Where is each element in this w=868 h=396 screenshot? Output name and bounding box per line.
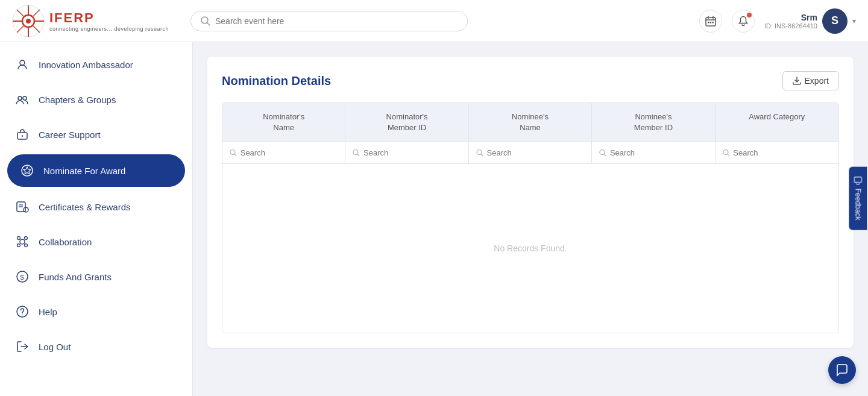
svg-point-32 bbox=[17, 237, 20, 240]
search-icon bbox=[353, 149, 360, 157]
sidebar-item-label: Chapters & Groups bbox=[39, 95, 116, 105]
collaboration-icon bbox=[14, 234, 30, 250]
search-cell-award-category[interactable] bbox=[715, 142, 838, 163]
svg-rect-17 bbox=[708, 22, 709, 24]
certificates-icon bbox=[14, 199, 30, 215]
notification-icon bbox=[738, 16, 749, 27]
table-header-row: Nominator's Name Nominator's Member ID N… bbox=[222, 103, 838, 142]
table-body: No Records Found. bbox=[222, 164, 838, 333]
search-nominee-name[interactable] bbox=[487, 148, 585, 157]
svg-point-21 bbox=[18, 96, 22, 100]
help-icon bbox=[14, 304, 30, 319]
nomination-details-card: Nomination Details Export Nominator's Na… bbox=[207, 57, 854, 348]
sidebar-item-nominate-award[interactable]: Nominate For Award bbox=[7, 154, 185, 187]
search-icon bbox=[201, 16, 210, 26]
search-bar[interactable] bbox=[190, 11, 468, 31]
search-cell-nominee-name[interactable] bbox=[469, 142, 592, 163]
col-header-award-category: Award Category bbox=[715, 103, 838, 142]
col-header-nominator-name: Nominator's Name bbox=[222, 103, 345, 142]
card-header: Nomination Details Export bbox=[222, 71, 839, 90]
sidebar-item-label: Career Support bbox=[39, 130, 101, 140]
svg-line-12 bbox=[207, 23, 210, 25]
svg-rect-19 bbox=[712, 22, 714, 24]
sidebar-item-label: Log Out bbox=[39, 342, 71, 352]
svg-point-28 bbox=[24, 207, 28, 212]
col-header-nominee-name: Nominee's Name bbox=[469, 103, 592, 142]
sidebar-item-label: Certificates & Rewards bbox=[39, 202, 131, 212]
svg-point-22 bbox=[23, 96, 27, 100]
search-cell-nominator-id[interactable] bbox=[345, 142, 468, 163]
header-icons: Srm ID: INS-86264410 S ▾ bbox=[699, 8, 856, 34]
search-cell-nominee-id[interactable] bbox=[592, 142, 715, 163]
svg-point-31 bbox=[20, 239, 25, 244]
svg-line-42 bbox=[234, 154, 236, 156]
chat-icon bbox=[835, 363, 849, 377]
sidebar-item-innovation-ambassador[interactable]: Innovation Ambassador bbox=[0, 47, 192, 82]
career-icon bbox=[14, 127, 30, 142]
innovation-icon bbox=[14, 57, 30, 72]
sidebar: Innovation Ambassador Chapters & Groups … bbox=[0, 42, 193, 396]
sidebar-item-collaboration[interactable]: Collaboration bbox=[0, 224, 192, 259]
svg-line-44 bbox=[358, 154, 360, 156]
svg-text:$: $ bbox=[20, 274, 24, 281]
content-area: Nomination Details Export Nominator's Na… bbox=[193, 42, 868, 396]
chevron-down-icon[interactable]: ▾ bbox=[852, 17, 856, 25]
user-id: ID: INS-86264410 bbox=[764, 22, 817, 30]
svg-point-39 bbox=[22, 315, 23, 316]
sidebar-item-career-support[interactable]: Career Support bbox=[0, 117, 192, 152]
svg-point-33 bbox=[25, 237, 28, 240]
svg-point-11 bbox=[201, 17, 208, 24]
funds-icon: $ bbox=[14, 269, 30, 284]
calendar-button[interactable] bbox=[699, 10, 722, 33]
search-icon bbox=[599, 149, 606, 157]
svg-line-50 bbox=[728, 154, 729, 156]
sidebar-item-certificates-rewards[interactable]: Certificates & Rewards bbox=[0, 189, 192, 224]
sidebar-item-label: Innovation Ambassador bbox=[39, 60, 133, 70]
search-cell-nominator-name[interactable] bbox=[222, 142, 345, 163]
export-label: Export bbox=[805, 76, 829, 86]
sidebar-item-help[interactable]: Help bbox=[0, 294, 192, 329]
chat-button[interactable] bbox=[828, 356, 856, 384]
logo-subtitle: connecting engineers... developing resea… bbox=[49, 26, 169, 32]
calendar-icon bbox=[705, 16, 716, 27]
search-icon bbox=[476, 149, 483, 157]
header: IFERP connecting engineers... developing… bbox=[0, 0, 868, 42]
sidebar-item-label: Help bbox=[39, 307, 57, 317]
notification-button[interactable] bbox=[732, 10, 755, 33]
svg-line-46 bbox=[481, 154, 483, 156]
chapters-icon bbox=[14, 92, 30, 107]
logo-title: IFERP bbox=[49, 10, 169, 26]
sidebar-item-chapters-groups[interactable]: Chapters & Groups bbox=[0, 82, 192, 117]
notification-dot bbox=[747, 13, 752, 17]
col-header-nominee-id: Nominee's Member ID bbox=[592, 103, 715, 142]
page-title: Nomination Details bbox=[222, 74, 331, 88]
search-award-category[interactable] bbox=[733, 148, 831, 157]
feedback-label: Feedback bbox=[854, 188, 863, 220]
table-search-row bbox=[222, 142, 838, 164]
svg-point-20 bbox=[20, 60, 25, 65]
search-nominator-id[interactable] bbox=[363, 148, 461, 157]
sidebar-item-label: Funds And Grants bbox=[39, 272, 112, 282]
col-header-nominator-id: Nominator's Member ID bbox=[345, 103, 468, 142]
export-icon bbox=[793, 77, 801, 85]
sidebar-item-label: Nominate For Award bbox=[43, 166, 125, 176]
user-info[interactable]: Srm ID: INS-86264410 S ▾ bbox=[764, 8, 856, 34]
sidebar-item-log-out[interactable]: Log Out bbox=[0, 329, 192, 364]
logo-text: IFERP connecting engineers... developing… bbox=[49, 10, 169, 32]
search-nominator-name[interactable] bbox=[241, 148, 338, 157]
sidebar-item-funds-grants[interactable]: $ Funds And Grants bbox=[0, 259, 192, 294]
feedback-icon bbox=[854, 176, 863, 184]
svg-point-34 bbox=[17, 244, 20, 247]
nomination-table: Nominator's Name Nominator's Member ID N… bbox=[222, 102, 839, 333]
svg-line-48 bbox=[604, 154, 606, 156]
svg-rect-51 bbox=[855, 177, 862, 182]
avatar: S bbox=[822, 8, 848, 34]
logout-icon bbox=[14, 339, 30, 354]
svg-point-2 bbox=[26, 19, 31, 24]
search-nominee-id[interactable] bbox=[610, 148, 708, 157]
export-button[interactable]: Export bbox=[782, 71, 839, 90]
logo-area: IFERP connecting engineers... developing… bbox=[12, 5, 181, 37]
feedback-tab[interactable]: Feedback bbox=[849, 166, 867, 230]
search-icon bbox=[230, 149, 237, 157]
search-input[interactable] bbox=[215, 16, 458, 26]
